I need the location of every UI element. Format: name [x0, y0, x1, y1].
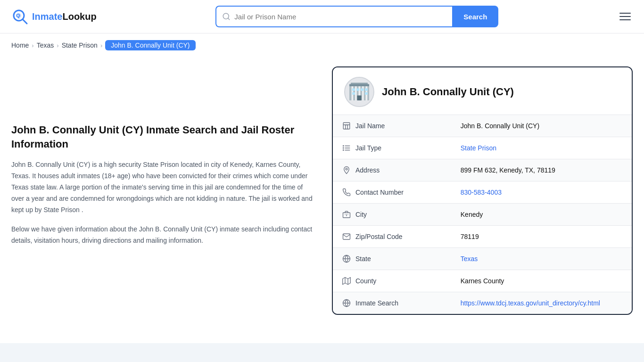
field-label: Jail Type: [355, 144, 381, 152]
value-cell-zip/postal-code: 78119: [451, 226, 632, 248]
table-row: CountyKarnes County: [333, 270, 632, 292]
label-cell-zip/postal-code: Zip/Postal Code: [342, 232, 442, 241]
info-card: John B. Connally Unit (CY) Jail NameJohn…: [332, 66, 633, 315]
facility-name: John B. Connally Unit (CY): [382, 86, 514, 98]
field-label: State: [355, 255, 371, 263]
svg-point-25: [343, 146, 344, 147]
svg-rect-19: [352, 92, 355, 95]
field-label: Contact Number: [355, 189, 404, 196]
breadcrumb-chevron-1: ›: [32, 42, 33, 49]
facility-avatar: [344, 77, 374, 107]
table-row: Jail TypeState Prison: [333, 137, 632, 159]
field-label: Zip/Postal Code: [355, 233, 403, 240]
breadcrumb: Home › Texas › State Prison › John B. Co…: [0, 33, 644, 57]
field-link-jail-type[interactable]: State Prison: [461, 144, 496, 152]
field-link-inmate-search[interactable]: https://www.tdcj.texas.gov/unit_director…: [461, 299, 600, 307]
svg-rect-16: [356, 89, 359, 91]
svg-rect-10: [355, 86, 357, 100]
svg-point-27: [343, 150, 344, 151]
svg-point-28: [346, 168, 347, 170]
field-label: Address: [355, 166, 380, 174]
card-header: John B. Connally Unit (CY): [333, 67, 632, 115]
value-cell-city: Kenedy: [451, 204, 632, 226]
svg-rect-8: [349, 84, 369, 87]
field-label: Jail Name: [355, 122, 385, 130]
table-row: Contact Number830-583-4003: [333, 181, 632, 204]
label-cell-county: County: [342, 277, 442, 285]
svg-text:Q: Q: [16, 13, 20, 18]
info-table: Jail NameJohn B. Connally Unit (CY)Jail …: [333, 115, 632, 314]
label-cell-contact-number: Contact Number: [342, 188, 442, 197]
footer-area: [0, 343, 644, 362]
field-label: County: [355, 277, 376, 285]
search-icon: [222, 12, 231, 21]
table-row: Zip/Postal Code78119: [333, 226, 632, 248]
search-input[interactable]: [234, 13, 446, 21]
value-cell-state[interactable]: Texas: [451, 248, 632, 270]
svg-rect-14: [357, 96, 362, 101]
main-content: John B. Connally Unit (CY) Inmate Search…: [0, 57, 644, 334]
search-button[interactable]: Search: [452, 6, 498, 27]
field-link-state[interactable]: Texas: [461, 255, 478, 263]
svg-marker-35: [343, 278, 351, 285]
value-cell-county: Karnes County: [451, 270, 632, 292]
page-description-1: John B. Connally Unit (CY) is a high sec…: [11, 159, 313, 215]
table-row: StateTexas: [333, 248, 632, 270]
breadcrumb-chevron-2: ›: [57, 42, 58, 49]
table-row: Address899 FM 632, Kenedy, TX, 78119: [333, 159, 632, 181]
svg-line-5: [228, 18, 230, 19]
label-cell-inmate-search: Inmate Search: [342, 299, 442, 307]
svg-line-1: [23, 19, 27, 24]
svg-rect-17: [361, 89, 363, 91]
value-cell-contact-number[interactable]: 830-583-4003: [451, 181, 632, 204]
logo[interactable]: Q InmateLookup: [11, 8, 97, 25]
svg-rect-15: [352, 89, 355, 91]
label-cell-city: City: [342, 210, 442, 219]
table-row: CityKenedy: [333, 204, 632, 226]
value-cell-inmate-search[interactable]: https://www.tdcj.texas.gov/unit_director…: [451, 292, 632, 314]
right-column: John B. Connally Unit (CY) Jail NameJohn…: [332, 66, 633, 315]
logo-text: InmateLookup: [32, 11, 97, 22]
svg-rect-18: [365, 89, 368, 91]
breadcrumb-chevron-3: ›: [100, 42, 102, 49]
search-bar: Search: [215, 6, 498, 27]
breadcrumb-active: John B. Connally Unit (CY): [105, 40, 195, 50]
breadcrumb-state-prison[interactable]: State Prison: [62, 41, 98, 49]
field-label: Inmate Search: [355, 299, 398, 307]
svg-point-26: [343, 148, 344, 148]
table-row: Jail NameJohn B. Connally Unit (CY): [333, 115, 632, 137]
facility-image: [348, 81, 371, 103]
hamburger-line-3: [619, 19, 631, 20]
label-cell-jail-type: Jail Type: [342, 144, 442, 152]
field-label: City: [355, 211, 367, 218]
svg-rect-21: [343, 123, 350, 129]
label-cell-address: Address: [342, 166, 442, 174]
page-description-2: Below we have given information about th…: [11, 224, 313, 247]
value-cell-jail-name: John B. Connally Unit (CY): [451, 115, 632, 137]
value-cell-jail-type[interactable]: State Prison: [451, 137, 632, 159]
table-row: Inmate Searchhttps://www.tdcj.texas.gov/…: [333, 292, 632, 314]
hamburger-menu-button[interactable]: [618, 11, 633, 22]
logo-icon: Q: [11, 8, 28, 25]
hamburger-line-2: [619, 16, 631, 17]
left-column: John B. Connally Unit (CY) Inmate Search…: [11, 66, 313, 315]
header: Q InmateLookup Search: [0, 0, 644, 33]
label-cell-jail-name: Jail Name: [342, 122, 442, 130]
breadcrumb-texas[interactable]: Texas: [37, 41, 54, 49]
value-cell-address: 899 FM 632, Kenedy, TX, 78119: [451, 159, 632, 181]
label-cell-state: State: [342, 255, 442, 263]
breadcrumb-home[interactable]: Home: [11, 41, 29, 49]
page-title: John B. Connally Unit (CY) Inmate Search…: [11, 123, 313, 151]
search-input-wrapper: [215, 6, 452, 27]
svg-rect-20: [365, 92, 368, 95]
field-link-contact-number[interactable]: 830-583-4003: [461, 189, 502, 196]
hamburger-line-1: [619, 13, 631, 14]
